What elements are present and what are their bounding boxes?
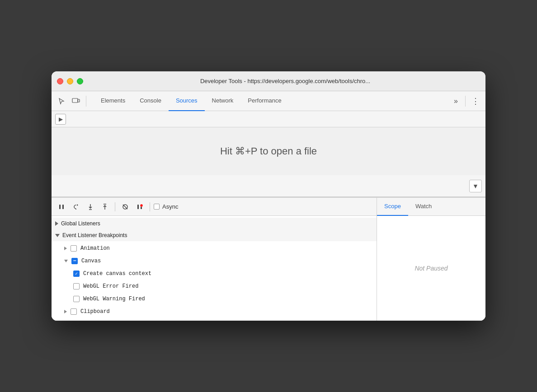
pause-on-exception-button[interactable]	[133, 201, 146, 213]
traffic-lights	[57, 78, 83, 84]
debugger-panel: Async Global Listeners	[52, 198, 377, 321]
download-button[interactable]: ▼	[469, 180, 482, 192]
create-canvas-context-item[interactable]: ✓ Create canvas context	[52, 267, 377, 280]
title-bar: Developer Tools - https://developers.goo…	[52, 71, 485, 91]
clipboard-item[interactable]: Clipboard	[52, 305, 377, 318]
animation-toggle-icon	[64, 247, 67, 250]
step-into-button[interactable]	[84, 201, 97, 213]
canvas-checkbox[interactable]: −	[71, 258, 78, 264]
create-canvas-context-checkbox[interactable]: ✓	[73, 271, 80, 277]
debugger-toolbar: Async	[52, 198, 377, 216]
debug-divider-2	[150, 202, 150, 211]
main-toolbar: Elements Console Sources Network Perform…	[52, 91, 485, 111]
watch-tab[interactable]: Watch	[408, 198, 439, 216]
collapse-icon	[55, 221, 58, 226]
webgl-warning-fired-checkbox[interactable]	[73, 296, 80, 302]
svg-rect-0	[72, 98, 78, 103]
svg-rect-2	[59, 205, 61, 209]
pause-button[interactable]	[55, 201, 68, 213]
clipboard-toggle-icon	[64, 310, 67, 313]
step-over-button[interactable]	[70, 201, 82, 213]
close-button[interactable]	[57, 78, 63, 84]
window-title: Developer Tools - https://developers.goo…	[90, 78, 480, 84]
clipboard-checkbox[interactable]	[71, 308, 77, 315]
global-listeners-section: Global Listeners	[52, 218, 377, 229]
event-listener-section: Event Listener Breakpoints Animation	[52, 229, 377, 319]
tab-sources[interactable]: Sources	[169, 91, 205, 111]
file-hint-area: Hit ⌘+P to open a file	[52, 127, 485, 175]
scope-content: Not Paused	[377, 216, 485, 321]
deactivate-breakpoints-button[interactable]	[119, 201, 132, 213]
toolbar-divider-2	[465, 96, 466, 107]
svg-rect-3	[62, 205, 64, 209]
scope-tab[interactable]: Scope	[377, 198, 408, 216]
create-canvas-context-label: Create canvas context	[83, 271, 151, 277]
global-listeners-header[interactable]: Global Listeners	[52, 218, 377, 229]
device-toggle-icon[interactable]	[70, 95, 82, 107]
download-area: ▼	[52, 175, 485, 197]
toolbar-divider-1	[86, 96, 86, 107]
event-listener-title: Event Listener Breakpoints	[62, 232, 127, 238]
clipboard-label: Clipboard	[80, 308, 110, 315]
not-paused-text: Not Paused	[415, 265, 448, 272]
breakpoints-list: Global Listeners Event Listener Breakpoi…	[52, 216, 377, 321]
canvas-label: Canvas	[81, 258, 101, 264]
tab-network[interactable]: Network	[205, 91, 241, 111]
async-checkbox-label[interactable]: Async	[154, 203, 178, 210]
tab-performance[interactable]: Performance	[240, 91, 288, 111]
maximize-button[interactable]	[77, 78, 83, 84]
animation-checkbox[interactable]	[71, 245, 77, 252]
animation-item[interactable]: Animation	[52, 242, 377, 255]
file-hint-text: Hit ⌘+P to open a file	[220, 145, 317, 157]
sources-panel: ▶ Hit ⌘+P to open a file ▼	[52, 111, 485, 197]
canvas-toggle-icon	[64, 260, 68, 262]
event-listener-header[interactable]: Event Listener Breakpoints	[52, 229, 377, 241]
tab-console[interactable]: Console	[132, 91, 169, 111]
async-label-text: Async	[162, 203, 178, 210]
canvas-item[interactable]: − Canvas	[52, 255, 377, 267]
sources-header: ▶	[52, 111, 485, 127]
svg-point-13	[140, 204, 143, 207]
devtools-window: Developer Tools - https://developers.goo…	[52, 71, 485, 321]
main-content: ▶ Hit ⌘+P to open a file ▼	[52, 111, 485, 321]
right-panel: Scope Watch Not Paused	[377, 198, 485, 321]
debug-divider	[115, 202, 115, 211]
event-listener-items: Animation − Canvas	[52, 241, 377, 319]
toggle-sidebar-button[interactable]: ▶	[55, 114, 66, 125]
animation-label: Animation	[80, 245, 110, 252]
expand-icon	[55, 234, 60, 237]
webgl-error-fired-label: WebGL Error Fired	[83, 283, 138, 289]
more-tabs-button[interactable]: »	[450, 97, 462, 105]
global-listeners-title: Global Listeners	[61, 220, 100, 227]
main-tabs: Elements Console Sources Network Perform…	[94, 91, 448, 111]
tab-elements[interactable]: Elements	[94, 91, 132, 111]
webgl-error-fired-item[interactable]: WebGL Error Fired	[52, 280, 377, 293]
webgl-error-fired-checkbox[interactable]	[73, 283, 80, 289]
inspect-icon[interactable]	[55, 95, 68, 107]
svg-rect-11	[137, 205, 139, 209]
devtools-menu-button[interactable]: ⋮	[469, 95, 482, 107]
webgl-warning-fired-label: WebGL Warning Fired	[83, 296, 145, 302]
toggle-sidebar-icon: ▶	[59, 116, 63, 122]
async-checkbox[interactable]	[154, 204, 160, 210]
download-icon: ▼	[472, 182, 479, 190]
svg-rect-1	[78, 99, 80, 102]
minimize-button[interactable]	[67, 78, 73, 84]
right-panel-tabs: Scope Watch	[377, 198, 485, 216]
bottom-section: Async Global Listeners	[52, 197, 485, 321]
webgl-warning-fired-item[interactable]: WebGL Warning Fired	[52, 293, 377, 305]
step-out-button[interactable]	[99, 201, 111, 213]
